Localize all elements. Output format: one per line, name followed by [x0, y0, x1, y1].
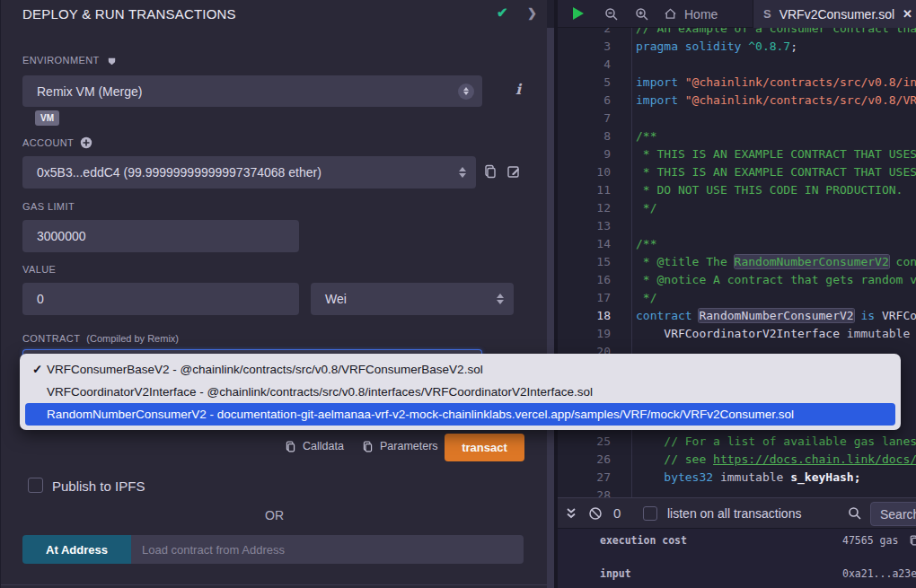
terminal-row-label: execution cost	[600, 534, 687, 547]
contract-option-0[interactable]: ✓VRFConsumerBaseV2 - @chainlink/contract…	[25, 358, 895, 381]
code-line-28[interactable]: 28	[558, 487, 916, 497]
terminal-row-value: 47565 gas	[842, 534, 898, 547]
line-number: 25	[558, 433, 611, 451]
or-divider-label: OR	[1, 508, 548, 522]
code-line-27[interactable]: 27 bytes32 immutable s_keyHash;	[558, 469, 916, 487]
zoom-out-icon[interactable]	[604, 7, 619, 22]
zoom-in-icon[interactable]	[635, 7, 649, 22]
line-number: 5	[558, 74, 611, 92]
code-line-11[interactable]: 11 * DO NOT USE THIS CODE IN PRODUCTION.	[558, 181, 916, 199]
code-line-13[interactable]: 13	[558, 217, 916, 235]
publish-ipfs-checkbox[interactable]	[28, 478, 43, 493]
code-line-19[interactable]: 19 VRFCoordinatorV2Interface immutable C…	[558, 325, 916, 343]
code-line-25[interactable]: 25 // For a list of available gas lanes …	[558, 433, 916, 451]
code-line-12[interactable]: 12 */	[558, 199, 916, 217]
value-input[interactable]: 0	[22, 283, 299, 315]
line-content: /**	[636, 127, 656, 145]
option-label: VRFConsumerBaseV2 - @chainlink/contracts…	[47, 363, 483, 376]
compile-success-check-icon: ✔	[497, 4, 508, 21]
select-stepper-icon	[459, 167, 466, 178]
line-number: 12	[558, 199, 611, 217]
collapse-panel-chevron-icon[interactable]: ❯	[527, 6, 537, 20]
page-title: DEPLOY & RUN TRANSACTIONS	[22, 6, 236, 22]
editor-region: Home S VRFv2Consumer.sol ✕ 2// An exampl…	[558, 0, 916, 588]
environment-select[interactable]: Remix VM (Merge)	[22, 75, 482, 107]
terminal-search-input[interactable]	[870, 502, 916, 526]
code-line-7[interactable]: 7	[558, 110, 916, 127]
line-number: 13	[558, 217, 611, 235]
search-icon	[848, 506, 862, 521]
calldata-button[interactable]: Calldata	[285, 440, 344, 452]
code-line-8[interactable]: 8/**	[558, 127, 916, 145]
expand-terminal-chevrons-icon[interactable]	[565, 506, 577, 521]
code-line-4[interactable]: 4	[558, 56, 916, 74]
line-content: * DO NOT USE THIS CODE IN PRODUCTION.	[636, 181, 903, 199]
publish-ipfs-label: Publish to IPFS	[52, 478, 145, 494]
line-number: 10	[558, 163, 611, 181]
add-account-plus-icon[interactable]	[80, 136, 92, 149]
value-label: VALUE	[22, 264, 56, 275]
line-number: 8	[558, 127, 611, 145]
at-address-input[interactable]	[131, 535, 524, 564]
edit-account-icon[interactable]	[506, 164, 521, 179]
code-line-14[interactable]: 14/**	[558, 235, 916, 253]
contract-label: CONTRACT (Compiled by Remix)	[22, 333, 179, 344]
transaction-count-badge: 0	[613, 505, 621, 521]
line-number: 11	[558, 181, 611, 199]
line-content: * THIS IS AN EXAMPLE CONTRACT THAT USES …	[636, 163, 916, 181]
code-line-5[interactable]: 5import "@chainlink/contracts/src/v0.8/i…	[558, 74, 916, 92]
copy-parameters-icon	[362, 441, 374, 452]
code-line-10[interactable]: 10 * THIS IS AN EXAMPLE CONTRACT THAT US…	[558, 163, 916, 181]
terminal-output[interactable]: execution cost47565 gasinput0xa21...a23e…	[558, 529, 916, 588]
code-line-6[interactable]: 6import "@chainlink/contracts/src/v0.8/V…	[558, 92, 916, 110]
contract-dropdown: ✓VRFConsumerBaseV2 - @chainlink/contract…	[20, 354, 901, 430]
line-content: /**	[636, 235, 656, 253]
line-content: import "@chainlink/contracts/src/v0.8/in…	[636, 74, 916, 92]
line-number: 26	[558, 451, 611, 469]
line-number: 19	[558, 325, 611, 343]
line-content: import "@chainlink/contracts/src/v0.8/VR…	[636, 92, 916, 110]
copy-account-icon[interactable]	[483, 164, 498, 179]
tab-vrfv2consumer[interactable]: S VRFv2Consumer.sol ✕	[753, 0, 916, 28]
select-stepper-icon	[458, 83, 474, 100]
listen-transactions-label: listen on all transactions	[667, 506, 801, 521]
code-line-9[interactable]: 9 * THIS IS AN EXAMPLE CONTRACT THAT USE…	[558, 145, 916, 163]
run-script-play-icon[interactable]	[573, 7, 584, 20]
parameters-button[interactable]: Parameters	[362, 440, 438, 452]
gas-limit-input[interactable]: 3000000	[22, 220, 299, 252]
code-line-18[interactable]: 18contract RandomNumberConsumerV2 is VRF…	[558, 307, 916, 325]
close-tab-icon[interactable]: ✕	[903, 7, 912, 21]
option-label: VRFCoordinatorV2Interface - @chainlink/c…	[47, 385, 593, 399]
value-unit-select[interactable]: Wei	[311, 283, 514, 315]
transact-button[interactable]: transact	[445, 434, 524, 461]
listen-transactions-checkbox[interactable]	[643, 506, 657, 521]
line-content: contract RandomNumberConsumerV2 is VRFCo…	[636, 307, 916, 325]
code-line-16[interactable]: 16 * @notice A contract that gets random…	[558, 271, 916, 289]
clear-console-ban-icon[interactable]	[588, 506, 603, 521]
code-line-26[interactable]: 26 // see https://docs.chain.link/docs/v…	[558, 451, 916, 469]
account-select[interactable]: 0x5B3...eddC4 (99.99999999999997374068 e…	[22, 156, 476, 189]
solidity-file-icon: S	[763, 7, 771, 21]
home-icon	[664, 7, 677, 21]
tab-home[interactable]: Home	[664, 0, 718, 28]
code-line-17[interactable]: 17 */	[558, 289, 916, 307]
code-line-3[interactable]: 3pragma solidity ^0.8.7;	[558, 38, 916, 56]
contract-option-2[interactable]: RandomNumberConsumerV2 - documentation-g…	[25, 403, 895, 426]
at-address-button[interactable]: At Address	[22, 535, 131, 564]
tab-title: VRFv2Consumer.sol	[779, 7, 894, 22]
code-line-2[interactable]: 2// An example of a consumer contract th…	[558, 28, 916, 38]
terminal-row-label: input	[600, 567, 631, 580]
code-line-15[interactable]: 15 * @title The RandomNumberConsumerV2 c…	[558, 253, 916, 271]
environment-label: ENVIRONMENT	[22, 54, 118, 66]
environment-info-icon[interactable]: i	[515, 81, 521, 98]
panel-scrollbar[interactable]	[547, 28, 554, 588]
line-content: // An example of a consumer contract tha…	[636, 28, 916, 38]
line-content: * THIS IS AN EXAMPLE CONTRACT THAT USES …	[636, 145, 916, 163]
copy-value-icon[interactable]	[909, 535, 916, 546]
contract-option-1[interactable]: VRFCoordinatorV2Interface - @chainlink/c…	[25, 381, 895, 403]
line-content: VRFCoordinatorV2Interface immutable COOR…	[636, 325, 916, 343]
plug-icon	[106, 54, 118, 66]
remix-ide-window: DEPLOY & RUN TRANSACTIONS ✔ ❯ ENVIRONMEN…	[0, 0, 916, 588]
line-number: 27	[558, 469, 611, 487]
line-number: 2	[558, 28, 611, 38]
